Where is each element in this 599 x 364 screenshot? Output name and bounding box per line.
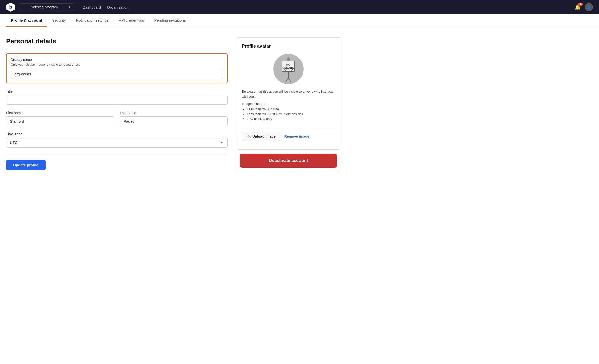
requirements-list: Less than 2MB in size Less than 2000×200…	[242, 107, 335, 121]
display-name-group: Display name Only your display name is v…	[6, 53, 228, 83]
program-selector-text: Select a program	[22, 5, 66, 9]
last-name-group: Last name	[120, 111, 228, 126]
chevron-down-icon: ▼	[68, 5, 71, 9]
display-name-input[interactable]	[11, 69, 223, 79]
last-name-input[interactable]	[120, 116, 228, 126]
app-header: b Select a program ▼ Dashboard Organizat…	[0, 0, 599, 14]
logo[interactable]: b	[6, 3, 15, 12]
title-input[interactable]	[6, 95, 228, 105]
timezone-select[interactable]: UTC EST PST CST GMT	[6, 138, 228, 148]
main-content: Personal details Display name Only your …	[0, 27, 347, 186]
paperclip-icon: 📎	[247, 134, 251, 138]
title-group: Title	[6, 89, 228, 105]
tab-profile-account[interactable]: Profile & account	[6, 14, 47, 27]
upload-image-button[interactable]: 📎 Upload image	[242, 132, 280, 141]
avatar-card-body: Profile avatar NO IMAGE	[236, 38, 341, 128]
first-name-input[interactable]	[6, 116, 114, 126]
tabs-bar: Profile & account Security Notification …	[0, 14, 599, 27]
display-name-label: Display name	[11, 58, 223, 62]
deactivate-account-button[interactable]: Deactivate account	[240, 154, 337, 168]
nav-organization[interactable]: Organization	[107, 5, 128, 9]
user-avatar-button[interactable]: 👤	[585, 3, 593, 11]
timezone-label: Time zone	[6, 132, 228, 136]
right-panel: Profile avatar NO IMAGE	[236, 37, 341, 176]
first-name-label: First name	[6, 111, 114, 115]
tab-pending-invitations[interactable]: Pending invitations	[149, 14, 191, 27]
left-panel: Personal details Display name Only your …	[6, 37, 228, 176]
tab-security[interactable]: Security	[47, 14, 71, 27]
timezone-group: Time zone UTC EST PST CST GMT	[6, 132, 228, 148]
header-nav: Dashboard Organization	[83, 5, 128, 9]
requirement-item: JPG or PNG only	[247, 117, 335, 121]
tab-notification-settings[interactable]: Notification settings	[71, 14, 114, 27]
requirements-title: Images must be:	[242, 102, 335, 106]
logo-letter: b	[9, 5, 12, 9]
upload-button-label: Upload image	[252, 134, 276, 138]
header-actions: 🔔 50 👤	[574, 3, 593, 11]
svg-text:IMAGE: IMAGE	[284, 67, 293, 70]
deactivate-card: Deactivate account	[236, 149, 341, 172]
notification-button[interactable]: 🔔 50	[574, 3, 582, 11]
form-divider	[6, 154, 228, 154]
profile-avatar-card: Profile avatar NO IMAGE	[236, 37, 341, 145]
name-row: First name Last name	[6, 111, 228, 132]
no-image-svg: NO IMAGE	[273, 54, 304, 84]
avatar-card-footer: 📎 Upload image Remove image	[236, 128, 341, 145]
svg-text:NO: NO	[286, 63, 291, 66]
section-title: Personal details	[6, 37, 228, 45]
last-name-label: Last name	[120, 111, 228, 115]
avatar-card-title: Profile avatar	[242, 44, 335, 49]
tab-api-credentials[interactable]: API credentials	[114, 14, 149, 27]
requirement-item: Less than 2000×2000px in dimensions	[247, 112, 335, 116]
display-name-hint: Only your display name is visible to res…	[11, 63, 223, 66]
title-label: Title	[6, 89, 228, 93]
avatar-description: Be aware that this avatar will be visibl…	[242, 89, 335, 99]
avatar-requirements: Images must be: Less than 2MB in size Le…	[242, 102, 335, 121]
notification-badge: 50	[578, 3, 583, 6]
user-icon: 👤	[587, 5, 591, 9]
first-name-group: First name	[6, 111, 114, 126]
program-selector[interactable]: Select a program ▼	[19, 3, 74, 11]
deactivate-card-body: Deactivate account	[236, 150, 341, 172]
nav-dashboard[interactable]: Dashboard	[83, 5, 101, 9]
requirement-item: Less than 2MB in size	[247, 107, 335, 111]
svg-point-10	[287, 57, 290, 61]
avatar-preview: NO IMAGE	[273, 54, 304, 84]
remove-image-link[interactable]: Remove image	[284, 134, 309, 138]
update-profile-button[interactable]: Update profile	[6, 160, 46, 170]
